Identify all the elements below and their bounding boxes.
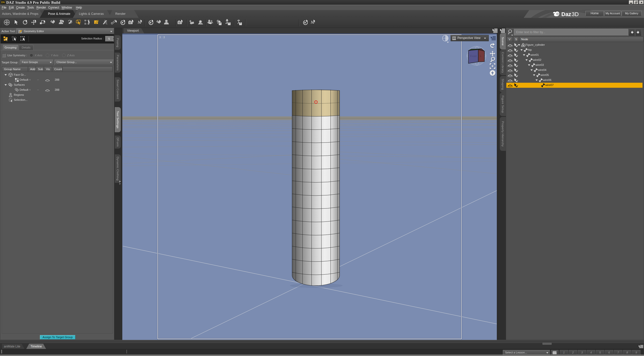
svg-text:Front: Front — [470, 55, 477, 58]
svg-text:3D: 3D — [572, 11, 579, 17]
svg-text:L: L — [480, 54, 481, 57]
svg-text:Daz: Daz — [561, 11, 571, 17]
